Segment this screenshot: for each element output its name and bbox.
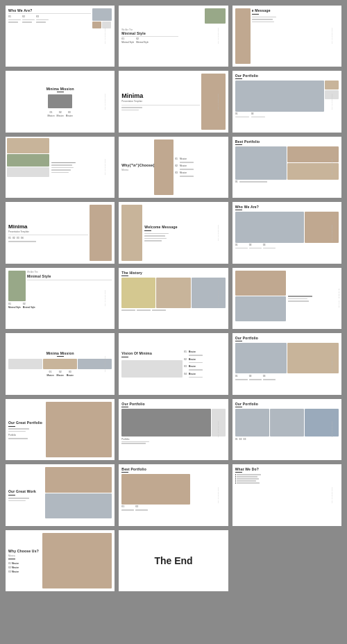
slide-11: Welcome Message www.website.com bbox=[119, 202, 228, 263]
slide-24: What We Do? www.website.com bbox=[232, 464, 341, 525]
slide-8: Why{"\n"}Choose{"\n"}Us? Minima 01Missio… bbox=[119, 137, 228, 198]
slide-9: Best Portfolio 01 www.website.com bbox=[232, 137, 341, 198]
slide-7: www.website.com bbox=[6, 137, 115, 198]
slide-13: We Are The Minimal Style 01Minimal Style… bbox=[6, 268, 115, 329]
slide-2: We Are The Minimal Style 01 Minimal Styl… bbox=[119, 6, 228, 67]
slide-22: Our Great Work bbox=[6, 464, 115, 525]
slide-6: Our Portfolio 01 02 www.website. bbox=[232, 71, 341, 132]
slide-14: The History www.website.com bbox=[119, 268, 228, 329]
slide-1: Who We Are? 01 02 bbox=[6, 6, 115, 67]
slide-15: Minimal Style bbox=[232, 268, 341, 329]
slide-10: Minima Presentation Template 01 02 03 04 bbox=[6, 202, 115, 263]
slide-the-end: The End bbox=[119, 530, 228, 591]
slide-5: Minima Presentation Template www.website… bbox=[119, 71, 228, 132]
slide-17: Vision Of Minima 01Mission 02Mission 03M… bbox=[119, 333, 228, 394]
slide-12: Who We Are? 01 02 03 www.website.com bbox=[232, 202, 341, 263]
slide-19: Our Great Portfolio Portfolio bbox=[6, 399, 115, 460]
slide-20: Our Portfolio Portfolio www.website.com bbox=[119, 399, 228, 460]
slide-21: Our Portfolio 01 02 03 www.website.com bbox=[232, 399, 341, 460]
the-end-text: The End bbox=[154, 555, 192, 566]
slide-18: Our Portfolio 01 02 03 www.website.com bbox=[232, 333, 341, 394]
slide-3: e Message www.website.com bbox=[232, 6, 341, 67]
slide-25: Why Choose Us? Minima 01Mission 02Missio… bbox=[6, 530, 115, 591]
slide-16: Minima Mission 01Mission 02Mission 03Mis… bbox=[6, 333, 115, 394]
slides-grid: Who We Are? 01 02 bbox=[6, 6, 341, 591]
slide-4: Minima Mission 01 Mission 02 Mission 03 … bbox=[6, 71, 115, 132]
slide-23: Best Portfolio 01 02 www.website.com bbox=[119, 464, 228, 525]
slide-1-title: Who We Are? bbox=[8, 8, 91, 12]
